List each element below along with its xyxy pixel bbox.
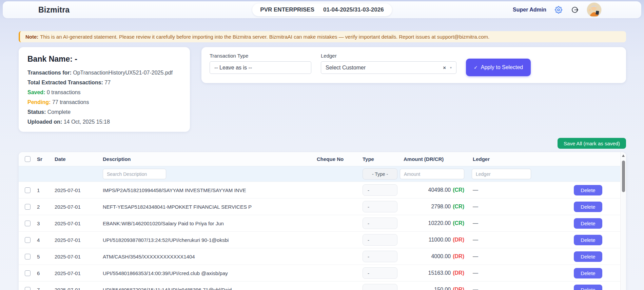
row-ledger-value: — (473, 253, 478, 259)
row-date: 2025-07-01 (52, 287, 99, 290)
ledger-field: Ledger Select Customer × ▾ (321, 53, 456, 74)
row-amount-value: 10220.00 (428, 220, 451, 226)
save-all-button[interactable]: Save All (mark as saved) (558, 138, 626, 149)
company-name: PVR ENTERPRISES (260, 6, 314, 13)
row-checkbox[interactable] (25, 237, 31, 243)
row-sr: 7 (34, 287, 52, 290)
settings-gear-icon[interactable] (554, 6, 563, 14)
row-amount-drcr-badge: (DR) (453, 270, 464, 276)
col-header-amount: Amount (DR/CR) (399, 156, 470, 162)
row-delete-button[interactable]: Delete (574, 251, 602, 262)
type-filter-select[interactable]: - Type - (363, 168, 397, 180)
ledger-select-value: Select Customer (326, 65, 443, 71)
row-delete-button[interactable]: Delete (574, 218, 602, 229)
saved-value: 0 transactions (47, 89, 81, 95)
uploaded-label: Uploaded on: (27, 119, 62, 125)
row-ledger-value: — (473, 220, 478, 226)
row-amount-drcr-badge: (CR) (453, 204, 464, 209)
row-date: 2025-07-01 (52, 254, 99, 260)
user-role-label: Super Admin (513, 7, 546, 13)
total-extracted-line: Total Extracted Transactions: 77 (27, 80, 181, 86)
scrollbar-up-arrow-icon[interactable] (622, 154, 625, 157)
col-header-ledger: Ledger (470, 156, 568, 162)
row-amount-drcr-badge: (DR) (453, 287, 464, 290)
row-sr: 3 (34, 221, 52, 226)
ai-note-banner: Note: This is an AI-generated statement.… (19, 31, 626, 42)
page-content: Note: This is an AI-generated statement.… (0, 31, 644, 290)
row-delete-button[interactable]: Delete (574, 185, 602, 195)
pending-line: Pending: 77 transactions (27, 99, 181, 105)
pending-value: 77 transactions (52, 99, 89, 105)
pending-label: Pending: (27, 99, 51, 105)
uploaded-line: Uploaded on: 14 Oct, 2025 15:18 (27, 119, 181, 125)
ledger-label: Ledger (321, 53, 456, 59)
ledger-clear-icon[interactable]: × (443, 65, 446, 70)
transactions-for-value: OpTransactionHistoryUX521-07-2025.pdf (73, 70, 173, 76)
transaction-type-select[interactable]: -- Leave as is -- (210, 61, 311, 74)
logout-icon[interactable] (571, 6, 579, 14)
row-type-select[interactable]: - (363, 284, 397, 290)
row-amount-drcr-badge: (DR) (453, 237, 464, 243)
row-amount-value: 2798.00 (431, 204, 451, 209)
row-ledger-value: — (473, 237, 478, 243)
app-logo-title: Bizmitra (38, 5, 70, 15)
row-checkbox[interactable] (25, 204, 31, 210)
row-type-select[interactable]: - (363, 234, 397, 246)
row-ledger-value: — (473, 287, 478, 290)
description-search-input[interactable] (103, 169, 166, 179)
status-value: Complete (47, 109, 71, 115)
bulk-apply-card: Transaction Type -- Leave as is -- Ledge… (201, 47, 626, 83)
row-amount-value: 150.00 (434, 287, 451, 290)
amount-filter-input[interactable] (400, 169, 464, 179)
row-amount-value: 4000.00 (431, 253, 451, 259)
ledger-select[interactable]: Select Customer × ▾ (321, 61, 456, 74)
row-checkbox[interactable] (25, 287, 31, 290)
row-checkbox[interactable] (25, 270, 31, 276)
row-type-select[interactable]: - (363, 184, 397, 196)
row-description: UPI/518209387807/13:24:52/UPI/cherukuri … (99, 237, 314, 243)
transaction-type-label: Transaction Type (210, 53, 311, 59)
row-type-select[interactable]: - (363, 218, 397, 229)
apply-to-selected-button[interactable]: ✓ Apply to Selected (466, 59, 531, 76)
row-checkbox[interactable] (25, 254, 31, 260)
apply-to-selected-label: Apply to Selected (481, 64, 523, 70)
row-ledger-value: — (473, 270, 478, 276)
row-description: EBANK:WIB/1462001020/Salary Paid to Priy… (99, 221, 314, 226)
row-delete-button[interactable]: Delete (574, 202, 602, 212)
row-type-select[interactable]: - (363, 251, 397, 262)
saved-label: Saved: (27, 89, 45, 95)
col-header-date: Date (52, 156, 99, 162)
chevron-down-icon: ▾ (450, 66, 452, 69)
select-all-checkbox[interactable] (25, 156, 31, 162)
row-checkbox[interactable] (25, 221, 31, 226)
row-amount-drcr-badge: (DR) (453, 253, 464, 259)
row-sr: 5 (34, 254, 52, 260)
transaction-type-field: Transaction Type -- Leave as is -- (210, 53, 311, 74)
table-vertical-scrollbar[interactable] (620, 152, 626, 290)
table-header-row: Sr Date Description Cheque No Type Amoun… (19, 152, 620, 166)
company-period-selector[interactable]: PVR ENTERPRISES 01-04-2025/31-03-2026 (252, 3, 392, 16)
col-header-description: Description (99, 156, 314, 162)
transaction-row: 5 2025-07-01 ATM/CASH/3545/XXXXXXXXXXXX1… (19, 248, 620, 265)
row-delete-button[interactable]: Delete (574, 235, 602, 245)
row-sr: 4 (34, 237, 52, 243)
note-label: Note: (25, 34, 38, 40)
table-filter-row: - Type - (19, 166, 620, 182)
ledger-filter-input[interactable] (472, 169, 531, 179)
total-extracted-label: Total Extracted Transactions: (27, 80, 103, 85)
scrollbar-thumb[interactable] (622, 161, 625, 192)
user-avatar[interactable] (587, 3, 601, 17)
row-description: ATM/CASH/3545/XXXXXXXXXXXX1404 (99, 254, 314, 260)
row-sr: 6 (34, 270, 52, 276)
type-filter-value: - Type - (372, 171, 388, 177)
row-description: NEFT-YESAP51824348041-MPOKKET FINANCIAL … (99, 204, 314, 210)
transaction-row: 2 2025-07-01 NEFT-YESAP51824348041-MPOKK… (19, 198, 620, 215)
row-type-select[interactable]: - (363, 201, 397, 212)
row-ledger-value: — (473, 204, 478, 209)
row-delete-button[interactable]: Delete (574, 268, 602, 278)
header-actions: Super Admin (513, 3, 601, 17)
row-type-select[interactable]: - (363, 267, 397, 279)
transaction-row: 1 2025-07-01 IMPS/P2A/518210994458/SAYYA… (19, 182, 620, 198)
row-delete-button[interactable]: Delete (574, 285, 602, 290)
row-checkbox[interactable] (25, 187, 31, 193)
